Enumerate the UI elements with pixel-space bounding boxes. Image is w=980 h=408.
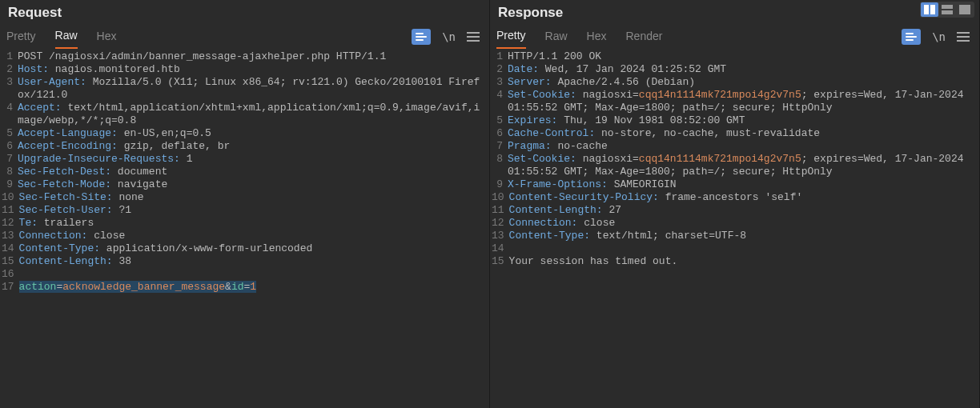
svg-rect-3 [942,10,953,14]
layout-split-horizontal-icon[interactable] [938,2,956,17]
line-number: 8 [0,166,18,178]
response-editor[interactable]: 1HTTP/1.1 200 OK2Date: Wed, 17 Jan 2024 … [490,49,979,408]
line-number: 10 [490,191,509,204]
layout-controls [920,2,974,18]
line-number: 14 [490,242,509,255]
code-line[interactable]: Accept-Language: en-US,en;q=0.5 [18,127,489,140]
line-number: 11 [0,204,19,217]
code-line[interactable]: Sec-Fetch-Mode: navigate [18,178,489,191]
response-pane: Response Pretty Raw Hex Render \n 1HTTP/… [490,0,980,408]
code-line[interactable]: Connection: close [19,230,489,242]
line-number: 6 [490,127,508,140]
response-tabs: Pretty Raw Hex Render \n [490,24,979,49]
code-line[interactable]: action=acknowledge_banner_message&id=1 [19,281,489,294]
newline-icon[interactable]: \n [932,30,946,43]
code-line[interactable]: Host: nagios.monitored.htb [18,63,489,76]
code-line[interactable]: Expires: Thu, 19 Nov 1981 08:52:00 GMT [508,114,979,127]
menu-icon[interactable] [957,30,970,44]
code-line[interactable]: Pragma: no-cache [508,140,979,153]
line-number: 1 [490,50,508,63]
layout-split-vertical-icon[interactable] [921,2,938,17]
code-line[interactable]: Content-Type: text/html; charset=UTF-8 [509,230,979,242]
code-line[interactable]: Sec-Fetch-Site: none [19,191,489,204]
line-number: 3 [490,76,508,89]
line-number: 6 [0,140,18,153]
beautify-icon[interactable] [902,29,921,45]
menu-icon[interactable] [467,30,480,44]
tab-pretty[interactable]: Pretty [6,25,36,48]
line-number: 2 [490,63,508,76]
code-line[interactable]: Set-Cookie: nagiosxi=cqq14n1114mk721mpoi… [508,153,979,178]
tab-pretty[interactable]: Pretty [496,24,526,49]
code-line[interactable]: Server: Apache/2.4.56 (Debian) [508,76,979,89]
code-line[interactable]: Content-Type: application/x-www-form-url… [19,242,489,255]
code-line[interactable]: Content-Length: 38 [19,255,489,268]
code-line[interactable]: POST /nagiosxi/admin/banner_message-ajax… [18,50,489,63]
newline-icon[interactable]: \n [442,30,456,43]
request-tabs: Pretty Raw Hex \n [0,24,489,49]
response-code[interactable]: 1HTTP/1.1 200 OK2Date: Wed, 17 Jan 2024 … [490,49,979,408]
code-line[interactable]: Date: Wed, 17 Jan 2024 01:25:52 GMT [508,63,979,76]
request-editor[interactable]: 1POST /nagiosxi/admin/banner_message-aja… [0,49,489,408]
code-line[interactable]: Upgrade-Insecure-Requests: 1 [18,153,489,166]
code-line[interactable]: Content-Security-Policy: frame-ancestors… [509,191,979,204]
code-line[interactable]: User-Agent: Mozilla/5.0 (X11; Linux x86_… [18,76,489,102]
line-number: 16 [0,268,19,281]
svg-rect-4 [959,5,970,14]
code-line[interactable]: Content-Length: 27 [509,204,979,217]
line-number: 9 [0,178,18,191]
code-line[interactable]: Connection: close [509,217,979,230]
code-line[interactable]: Set-Cookie: nagiosxi=cqq14n1114mk721mpoi… [508,89,979,114]
line-number: 2 [0,63,18,76]
line-number: 13 [490,230,509,242]
request-pane: Request Pretty Raw Hex \n 1POST /nagiosx… [0,0,490,408]
line-number: 4 [490,89,508,102]
tab-hex[interactable]: Hex [587,25,607,48]
line-number: 8 [490,153,508,166]
line-number: 7 [0,153,18,166]
line-number: 1 [0,50,18,63]
line-number: 15 [0,255,19,268]
layout-single-icon[interactable] [956,2,974,17]
code-line[interactable]: Accept: text/html,application/xhtml+xml,… [18,102,489,127]
tab-hex[interactable]: Hex [97,25,117,48]
code-line[interactable]: Sec-Fetch-User: ?1 [19,204,489,217]
code-line[interactable]: Your session has timed out. [509,255,979,268]
code-line[interactable]: X-Frame-Options: SAMEORIGIN [508,178,979,191]
line-number: 14 [0,242,19,255]
line-number: 5 [490,114,508,127]
code-line[interactable]: HTTP/1.1 200 OK [508,50,979,63]
code-line[interactable]: Te: trailers [19,217,489,230]
line-number: 15 [490,255,509,268]
svg-rect-0 [924,5,929,14]
code-line[interactable]: Cache-Control: no-store, no-cache, must-… [508,127,979,140]
line-number: 7 [490,140,508,153]
line-number: 13 [0,230,19,242]
request-code[interactable]: 1POST /nagiosxi/admin/banner_message-aja… [0,49,489,408]
line-number: 3 [0,76,18,89]
line-number: 10 [0,191,19,204]
tab-raw[interactable]: Raw [545,25,568,48]
line-number: 4 [0,102,18,114]
request-title: Request [6,0,63,24]
tab-raw[interactable]: Raw [55,24,78,49]
code-line[interactable]: Sec-Fetch-Dest: document [18,166,489,178]
line-number: 11 [490,204,509,217]
line-number: 9 [490,178,508,191]
line-number: 12 [490,217,509,230]
response-title: Response [496,0,564,24]
line-number: 12 [0,217,19,230]
svg-rect-1 [930,5,935,14]
tab-render[interactable]: Render [626,25,663,48]
code-line[interactable]: Accept-Encoding: gzip, deflate, br [18,140,489,153]
svg-rect-2 [942,5,953,9]
line-number: 5 [0,127,18,140]
line-number: 17 [0,281,19,294]
beautify-icon[interactable] [412,29,431,45]
